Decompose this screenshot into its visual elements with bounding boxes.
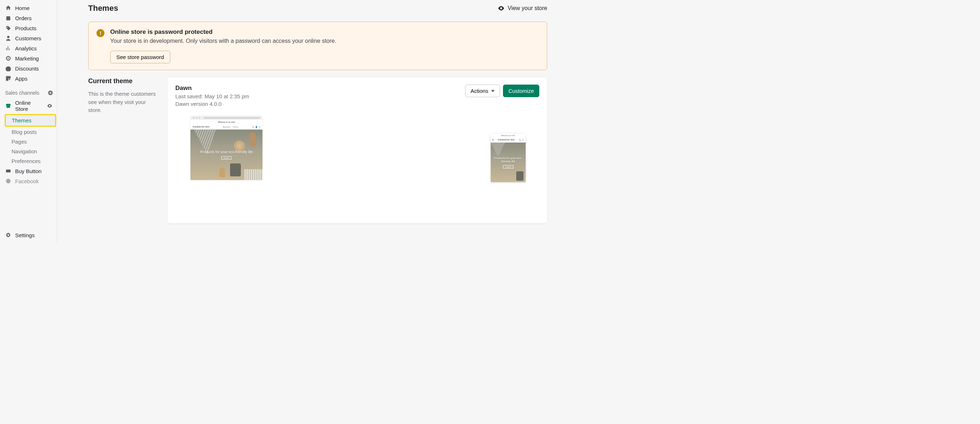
warning-icon: ! xyxy=(97,29,104,37)
nav-discounts[interactable]: Discounts xyxy=(0,64,57,73)
mobile-hero-cta: Shop all xyxy=(503,165,513,168)
nav-settings[interactable]: Settings xyxy=(0,230,57,240)
mobile-preview: Welcome to our store ☰ Anastasiia Dev St… xyxy=(491,133,526,182)
menu-icon: ☰ xyxy=(492,139,493,141)
search-icon: 🔍 xyxy=(519,139,521,141)
current-theme-desc: This is the theme customers see when the… xyxy=(88,90,160,114)
theme-last-saved: Last saved: May 10 at 2:35 pm xyxy=(175,93,249,99)
nav-label: Online Store xyxy=(15,100,43,112)
eye-icon[interactable] xyxy=(47,103,52,109)
page-header: Themes View your store xyxy=(88,3,547,13)
nav-label: Customers xyxy=(15,35,41,41)
nav-label: Home xyxy=(15,5,30,11)
preview-header: Anastasiia Dev Store All products Contac… xyxy=(191,124,262,130)
add-channel-icon[interactable] xyxy=(48,90,53,96)
subnav-blog-posts[interactable]: Blog posts xyxy=(0,127,57,137)
home-icon xyxy=(5,5,11,11)
desktop-preview: Welcome to our store Anastasiia Dev Stor… xyxy=(191,116,262,180)
subnav-label: Navigation xyxy=(11,148,37,154)
tag-icon xyxy=(5,25,11,31)
mobile-announce: Welcome to our store xyxy=(491,133,526,138)
svg-rect-1 xyxy=(6,170,11,172)
page-title: Themes xyxy=(88,3,118,13)
nav-label: Facebook xyxy=(15,178,39,184)
nav-label: Discounts xyxy=(15,65,39,71)
mobile-hero: Products for your eco-friendly life Shop… xyxy=(491,143,526,182)
caret-down-icon xyxy=(491,90,495,92)
person-icon xyxy=(5,35,11,41)
svg-point-2 xyxy=(6,179,11,184)
sales-channels-header: Sales channels xyxy=(0,84,57,98)
banner-text: Your store is in development. Only visit… xyxy=(110,38,336,44)
subnav-label: Preferences xyxy=(11,158,41,164)
subnav-themes[interactable]: Themes xyxy=(6,116,55,125)
user-icon: 👤 xyxy=(255,126,257,128)
nav-online-store[interactable]: Online Store xyxy=(0,98,57,114)
preview-brand: Anastasiia Dev Store xyxy=(192,125,210,128)
current-theme-heading: Current theme xyxy=(88,78,160,85)
nav-home[interactable]: Home xyxy=(0,3,57,13)
buy-button-icon xyxy=(5,168,11,174)
themes-highlight: Themes xyxy=(5,114,56,127)
password-banner: ! Online store is password protected You… xyxy=(88,22,547,70)
view-store-label: View your store xyxy=(508,5,547,11)
nav-marketing[interactable]: Marketing xyxy=(0,53,57,64)
see-password-button[interactable]: See store password xyxy=(110,51,170,64)
subnav-label: Themes xyxy=(12,118,31,124)
subnav-preferences[interactable]: Preferences xyxy=(0,156,57,166)
actions-label: Actions xyxy=(471,88,488,94)
section-label: Sales channels xyxy=(5,90,39,96)
nav-apps[interactable]: Apps xyxy=(0,73,57,84)
theme-row: Current theme This is the theme customer… xyxy=(88,78,547,224)
main-content: Themes View your store ! Online store is… xyxy=(57,0,561,245)
theme-card: Dawn Last saved: May 10 at 2:35 pm Dawn … xyxy=(167,78,547,224)
nav-facebook[interactable]: Facebook xyxy=(0,176,57,186)
nav-label: Analytics xyxy=(15,45,37,51)
browser-chrome xyxy=(191,116,262,120)
subnav-label: Pages xyxy=(11,138,27,145)
orders-icon xyxy=(5,15,11,21)
discount-icon xyxy=(5,65,11,71)
subnav-navigation[interactable]: Navigation xyxy=(0,146,57,156)
theme-name: Dawn xyxy=(175,84,249,92)
nav-label: Buy Button xyxy=(15,168,41,174)
mobile-brand: Anastasiia Dev Store xyxy=(498,139,515,141)
theme-preview: Welcome to our store Anastasiia Dev Stor… xyxy=(175,116,539,224)
banner-title: Online store is password protected xyxy=(110,29,336,36)
analytics-icon xyxy=(5,45,11,51)
preview-announce: Welcome to our store xyxy=(191,120,262,124)
subnav-label: Blog posts xyxy=(11,129,37,135)
cart-icon: 🛒 xyxy=(258,126,260,128)
apps-icon xyxy=(5,75,11,82)
nav-label: Products xyxy=(15,25,37,31)
theme-version: Dawn version 4.0.0 xyxy=(175,101,249,107)
eye-icon xyxy=(498,5,505,12)
actions-button[interactable]: Actions xyxy=(465,84,500,97)
nav-customers[interactable]: Customers xyxy=(0,33,57,43)
search-icon: 🔍 xyxy=(252,126,254,128)
view-store-link[interactable]: View your store xyxy=(498,5,547,12)
sidebar: Home Orders Products Customers Analytics… xyxy=(0,0,57,245)
cart-icon: 🛒 xyxy=(522,139,524,141)
gear-icon xyxy=(5,232,11,238)
target-icon xyxy=(5,55,11,62)
nav-label: Marketing xyxy=(15,56,39,62)
customize-button[interactable]: Customize xyxy=(503,84,539,97)
hero-cta: Shop all xyxy=(221,156,232,159)
nav-orders[interactable]: Orders xyxy=(0,13,57,23)
nav-label: Settings xyxy=(15,232,35,238)
subnav-pages[interactable]: Pages xyxy=(0,137,57,146)
current-theme-info: Current theme This is the theme customer… xyxy=(88,78,160,114)
facebook-icon xyxy=(5,178,11,184)
nav-label: Apps xyxy=(15,76,27,82)
store-icon xyxy=(5,103,11,109)
preview-hero: Products for your eco-friendly life Shop… xyxy=(191,130,262,180)
mobile-hero-text: Products for your eco-friendly life xyxy=(491,157,526,163)
nav-products[interactable]: Products xyxy=(0,23,57,33)
nav-buy-button[interactable]: Buy Button xyxy=(0,166,57,176)
nav-label: Orders xyxy=(15,15,32,21)
hero-text: Products for your eco-friendly life xyxy=(200,150,253,154)
nav-analytics[interactable]: Analytics xyxy=(0,43,57,53)
